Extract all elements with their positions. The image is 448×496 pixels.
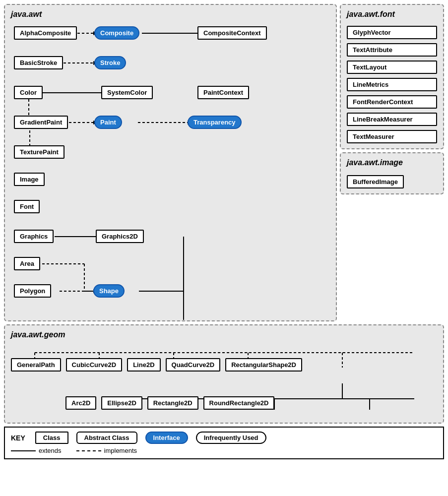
node-basicstroke: BasicStroke (14, 56, 63, 69)
image-panel: java.awt.image BufferedImage (340, 152, 444, 194)
node-textmeasurer: TextMeasurer (347, 130, 437, 143)
node-rectangle2d: Rectangle2D (147, 396, 198, 410)
node-stroke: Stroke (94, 56, 126, 69)
extends-line (11, 450, 36, 451)
node-transparency: Transparency (188, 116, 242, 129)
node-texturepaint: TexturePaint (14, 145, 64, 159)
node-roundrectangle2d: RoundRectangle2D (203, 396, 275, 410)
node-area: Area (14, 257, 40, 270)
node-textlayout: TextLayout (347, 61, 437, 74)
node-line2d: Line2D (127, 358, 160, 372)
node-glyphvector: GlyphVector (347, 26, 437, 39)
node-graphics: Graphics (14, 230, 54, 243)
node-shape: Shape (93, 284, 125, 298)
node-paintcontext: PaintContext (197, 86, 249, 99)
node-graphics2d: Graphics2D (96, 230, 144, 243)
main-container: java.awt Composite --> CompositeContext … (0, 0, 448, 463)
right-panels: java.awt.font GlyphVector TextAttribute … (340, 4, 444, 321)
node-linemetrics: LineMetrics (347, 78, 437, 91)
node-rectangularshape2d: RectangularShape2D (225, 358, 302, 372)
image-title: java.awt.image (347, 158, 437, 167)
key-row-nodes: KEY Class Abstract Class Interface Infre… (11, 432, 437, 444)
node-compositecontext: CompositeContext (197, 26, 267, 40)
node-arc2d: Arc2D (65, 396, 96, 410)
key-legend-row: extends implements (11, 447, 437, 454)
node-color: Color (14, 86, 43, 99)
node-linebreakmeasurer: LineBreakMeasurer (347, 113, 437, 126)
key-implements-item: implements (76, 447, 137, 454)
node-polygon: Polygon (14, 284, 51, 298)
top-section: java.awt Composite --> CompositeContext … (4, 4, 444, 321)
geom-title: java.awt.geom (11, 330, 437, 339)
awt-title: java.awt (11, 10, 330, 19)
node-bufferedimage: BufferedImage (347, 175, 404, 188)
implements-line (76, 450, 101, 451)
geom-panel: java.awt.geom GeneralPath CubicCurve2D (4, 324, 444, 424)
node-textattribute: TextAttribute (347, 43, 437, 57)
font-title: java.awt.font (347, 10, 437, 19)
awt-panel: java.awt Composite --> CompositeContext … (4, 4, 337, 321)
key-abstract-node: Abstract Class (76, 432, 137, 444)
key-class-node: Class (35, 432, 68, 444)
font-panel: java.awt.font GlyphVector TextAttribute … (340, 4, 444, 149)
node-fontrendercontext: FontRenderContext (347, 95, 437, 109)
node-ellipse2d: Ellipse2D (101, 396, 142, 410)
key-extends-item: extends (11, 447, 62, 454)
node-font: Font (14, 200, 40, 213)
node-paint: Paint (94, 116, 122, 129)
node-composite: Composite (94, 26, 139, 40)
node-cubiccurve2d: CubicCurve2D (66, 358, 123, 372)
key-infrequent-node: Infrequently Used (196, 432, 266, 444)
implements-label: implements (104, 447, 137, 454)
node-image: Image (14, 173, 45, 186)
node-systemcolor: SystemColor (101, 86, 153, 99)
key-interface-node: Interface (145, 432, 188, 444)
node-generalpath: GeneralPath (11, 358, 61, 372)
awt-lines: Composite --> CompositeContext (solid) -… (5, 5, 336, 320)
extends-label: extends (39, 447, 62, 454)
key-label: KEY (11, 434, 25, 442)
node-alphacomposite: AlphaComposite (14, 26, 77, 40)
node-gradientpaint: GradientPaint (14, 116, 68, 129)
key-section: KEY Class Abstract Class Interface Infre… (4, 427, 444, 459)
node-quadcurve2d: QuadCurve2D (166, 358, 221, 372)
